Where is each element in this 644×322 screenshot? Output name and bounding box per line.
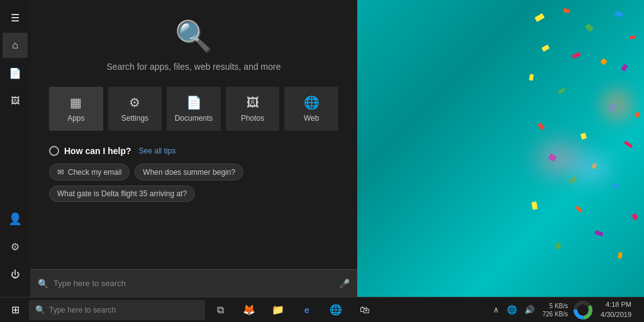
start-button[interactable]: ⊞ <box>3 297 28 323</box>
photos-label: Photos <box>241 114 264 123</box>
sidebar-item-home[interactable]: ⌂ <box>3 33 28 58</box>
taskbar-search[interactable]: 🔍 Type here to search <box>29 300 205 320</box>
confetti <box>630 35 636 39</box>
search-bar-icon: 🔍 <box>38 279 48 289</box>
help-section: How can I help? See all tips ✉ Check my … <box>49 146 338 212</box>
chip-summer-label: When does summer begin? <box>143 168 235 177</box>
suggestion-chips: ✉ Check my email When does summer begin?… <box>49 164 338 202</box>
see-all-tips-link[interactable]: See all tips <box>139 147 176 155</box>
network-down: 726 KB/s <box>542 310 568 318</box>
hamburger-icon: ☰ <box>11 12 19 24</box>
system-clock[interactable]: 4:18 PM 4/30/2019 <box>596 300 636 319</box>
file-explorer-icon: 📁 <box>272 304 284 316</box>
confetti <box>572 52 580 58</box>
confetti <box>558 87 566 94</box>
search-panel: 🔍 Search for apps, files, web results, a… <box>30 0 357 297</box>
blob-orange <box>601 89 633 121</box>
taskbar-sidebar: ☰ ⌂ 📄 🖼 👤 ⚙ ⏻ <box>0 0 30 297</box>
gear-icon: ⚙ <box>11 241 19 253</box>
home-icon: ⌂ <box>12 40 18 51</box>
blob-blue <box>572 154 610 182</box>
help-circle-icon <box>49 146 59 156</box>
taskbar-file-explorer[interactable]: 📁 <box>264 297 292 323</box>
search-input[interactable] <box>53 279 334 288</box>
confetti <box>621 64 628 71</box>
clock-date: 4/30/2019 <box>601 310 631 319</box>
confetti <box>618 252 623 259</box>
help-header: How can I help? See all tips <box>49 146 338 156</box>
hamburger-menu[interactable]: ☰ <box>3 5 28 30</box>
donut-widget[interactable] <box>573 300 593 320</box>
tray-network[interactable]: 🌐 <box>504 304 519 316</box>
taskbar-chrome[interactable]: 🌐 <box>322 297 350 323</box>
sidebar-item-documents[interactable]: 📄 <box>3 60 28 86</box>
category-documents[interactable]: 📄 Documents <box>167 87 221 131</box>
confetti <box>564 8 570 13</box>
user-icon: 👤 <box>8 212 22 226</box>
confetti <box>529 74 534 81</box>
search-icon-large: 🔍 <box>175 19 213 54</box>
taskbar-firefox[interactable]: 🦊 <box>235 297 263 323</box>
confetti <box>541 45 550 52</box>
settings-label: Settings <box>121 114 148 123</box>
confetti <box>635 113 641 118</box>
photos-icon: 🖼 <box>11 96 19 106</box>
system-tray: ∧ 🌐 🔊 5 KB/s 726 KB/s 4:18 PM 4/30/2019 <box>491 300 641 320</box>
documents-icon: 📄 <box>186 95 202 110</box>
category-photos[interactable]: 🖼 Photos <box>226 87 280 131</box>
confetti <box>538 123 545 130</box>
confetti <box>612 183 619 189</box>
taskbar-edge[interactable]: e <box>293 297 321 323</box>
email-chip-icon: ✉ <box>57 167 64 177</box>
confetti <box>531 201 538 209</box>
edge-icon: e <box>304 305 309 315</box>
confetti <box>535 13 545 22</box>
task-view-icon: ⧉ <box>217 304 224 316</box>
confetti <box>595 230 604 236</box>
taskbar-search-icon: 🔍 <box>35 305 45 314</box>
network-up: 5 KB/s <box>550 302 568 310</box>
tray-volume[interactable]: 🔊 <box>522 304 537 316</box>
chip-summer[interactable]: When does summer begin? <box>135 164 243 180</box>
category-web[interactable]: 🌐 Web <box>284 87 338 131</box>
confetti <box>615 11 624 18</box>
chip-email[interactable]: ✉ Check my email <box>49 164 130 180</box>
web-label: Web <box>304 114 319 123</box>
sidebar-item-photos[interactable]: 🖼 <box>3 88 28 113</box>
documents-label: Documents <box>175 114 213 123</box>
search-tagline: Search for apps, files, web results, and… <box>106 62 280 72</box>
taskbar-store[interactable]: 🛍 <box>351 297 379 323</box>
search-bar[interactable]: 🔍 🎤 <box>30 269 357 297</box>
sidebar-item-user[interactable]: 👤 <box>3 206 28 231</box>
mic-icon[interactable]: 🎤 <box>339 279 350 289</box>
sidebar-item-power[interactable]: ⏻ <box>3 262 28 287</box>
confetti <box>575 206 582 213</box>
sidebar-item-settings[interactable]: ⚙ <box>3 234 28 259</box>
settings-icon: ⚙ <box>129 95 140 110</box>
confetti <box>580 133 587 140</box>
clock-time: 4:18 PM <box>606 300 631 309</box>
category-apps[interactable]: ▦ Apps <box>49 87 103 131</box>
apps-icon: ▦ <box>70 95 82 110</box>
chrome-icon: 🌐 <box>330 304 342 316</box>
web-icon: 🌐 <box>304 95 319 110</box>
store-icon: 🛍 <box>360 304 370 316</box>
confetti <box>554 242 562 250</box>
category-grid: ▦ Apps ⚙ Settings 📄 Documents 🖼 Photos 🌐 <box>49 87 338 131</box>
confetti <box>631 213 638 220</box>
photos-icon: 🖼 <box>247 96 259 110</box>
desktop-wallpaper <box>357 0 644 297</box>
power-icon: ⏻ <box>11 269 19 279</box>
category-settings[interactable]: ⚙ Settings <box>108 87 162 131</box>
chip-email-label: Check my email <box>68 168 121 177</box>
apps-label: Apps <box>67 114 84 123</box>
tray-icons-expand[interactable]: ∧ <box>491 304 502 316</box>
firefox-icon: 🦊 <box>243 304 255 316</box>
confetti <box>624 140 633 148</box>
chip-delta[interactable]: What gate is Delta flight 35 arriving at… <box>49 186 195 202</box>
network-widget[interactable]: 5 KB/s 726 KB/s <box>540 302 570 318</box>
taskbar-task-view[interactable]: ⧉ <box>206 297 234 323</box>
confetti <box>600 58 607 65</box>
confetti <box>585 23 594 32</box>
help-title: How can I help? <box>64 146 131 156</box>
